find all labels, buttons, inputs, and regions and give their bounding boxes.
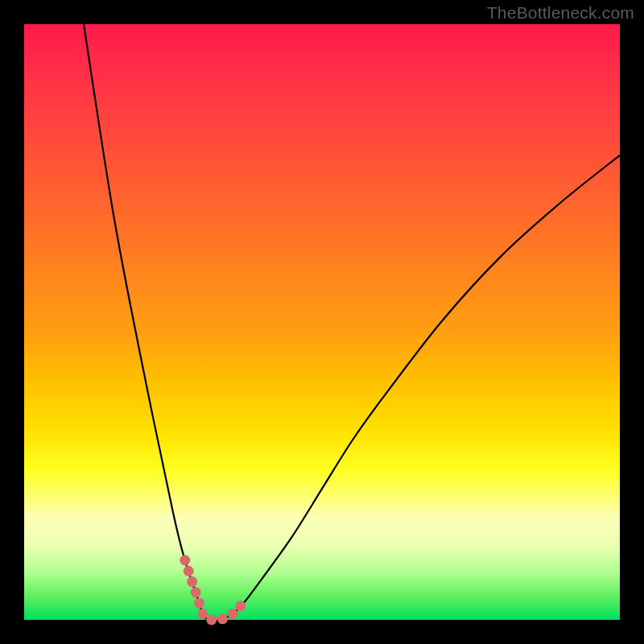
svg-point-4 <box>194 598 204 609</box>
chart-container: TheBottleneck.com <box>0 0 644 644</box>
bottleneck-curve <box>84 24 620 621</box>
curve-layer <box>24 24 620 620</box>
svg-point-3 <box>191 587 201 597</box>
svg-point-0 <box>180 555 190 566</box>
svg-point-7 <box>217 613 228 624</box>
svg-point-1 <box>184 566 194 576</box>
svg-point-9 <box>235 601 246 611</box>
plot-area <box>24 24 620 620</box>
svg-point-2 <box>187 576 197 587</box>
svg-point-6 <box>206 615 217 625</box>
svg-point-5 <box>197 609 208 619</box>
svg-point-8 <box>227 609 237 619</box>
highlight-segment <box>180 555 246 625</box>
watermark-text: TheBottleneck.com <box>487 3 634 23</box>
